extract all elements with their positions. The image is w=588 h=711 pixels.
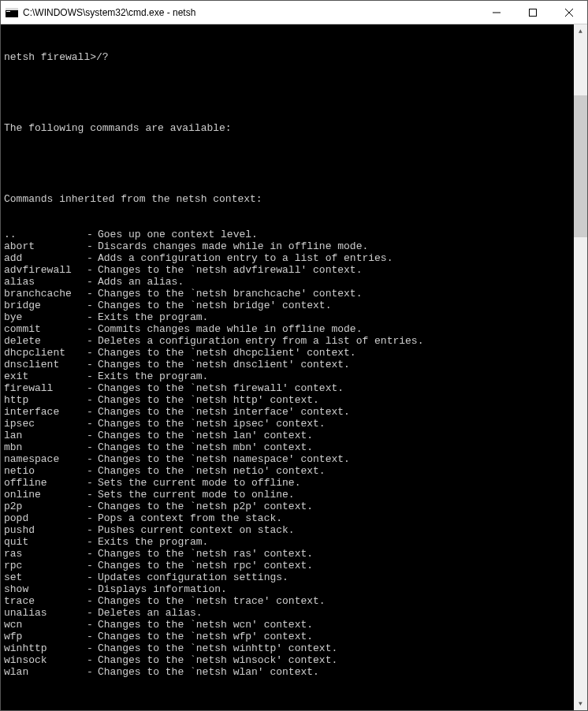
command-name: wfp: [4, 631, 87, 642]
command-separator: -: [87, 229, 98, 240]
command-name: popd: [4, 512, 87, 524]
command-row: namespace- Changes to the `netsh namespa…: [4, 453, 574, 465]
command-row: popd- Pops a context from the stack.: [4, 512, 574, 524]
command-row: wlan- Changes to the `netsh wlan' contex…: [4, 666, 574, 678]
command-separator: -: [87, 382, 98, 394]
command-row: offline- Sets the current mode to offlin…: [4, 477, 574, 489]
command-separator: -: [87, 430, 98, 441]
command-separator: -: [87, 394, 98, 406]
command-name: wlan: [4, 666, 87, 678]
command-name: wcn: [4, 619, 87, 631]
command-separator: -: [87, 619, 98, 631]
command-name: delete: [4, 335, 87, 347]
command-name: add: [4, 252, 87, 264]
command-row: ipsec- Changes to the `netsh ipsec' cont…: [4, 418, 574, 430]
scroll-up-arrow[interactable]: ▲: [574, 24, 587, 38]
command-name: p2p: [4, 501, 87, 512]
command-separator: -: [87, 501, 98, 512]
command-description: Changes to the `netsh bridge' context.: [98, 300, 574, 311]
command-name: branchcache: [4, 288, 87, 300]
command-row: branchcache- Changes to the `netsh branc…: [4, 288, 574, 300]
command-row: advfirewall- Changes to the `netsh advfi…: [4, 264, 574, 276]
command-description: Changes to the `netsh wfp' context.: [98, 631, 574, 642]
command-separator: -: [87, 666, 98, 678]
command-name: online: [4, 489, 87, 501]
maximize-button[interactable]: [515, 1, 551, 24]
svg-rect-1: [6, 8, 18, 10]
command-separator: -: [87, 595, 98, 607]
command-row: interface- Changes to the `netsh interfa…: [4, 406, 574, 418]
command-description: Changes to the `netsh branchcache' conte…: [98, 288, 574, 300]
command-row: abort- Discards changes made while in of…: [4, 240, 574, 252]
command-description: Changes to the `netsh namespace' context…: [98, 453, 574, 465]
command-separator: -: [87, 240, 98, 252]
close-button[interactable]: [551, 1, 587, 24]
command-description: Pops a context from the stack.: [98, 512, 574, 524]
command-row: alias- Adds an alias.: [4, 276, 574, 288]
command-separator: -: [87, 347, 98, 359]
prompt-line: netsh firewall>/?: [4, 51, 574, 63]
command-separator: -: [87, 654, 98, 666]
command-description: Goes up one context level.: [98, 229, 574, 240]
command-description: Changes to the `netsh ipsec' context.: [98, 418, 574, 430]
command-description: Sets the current mode to online.: [98, 489, 574, 501]
command-row: ras- Changes to the `netsh ras' context.: [4, 548, 574, 560]
command-separator: -: [87, 524, 98, 536]
command-name: exit: [4, 370, 87, 382]
command-row: lan- Changes to the `netsh lan' context.: [4, 430, 574, 441]
command-description: Deletes an alias.: [98, 607, 574, 619]
command-description: Displays information.: [98, 583, 574, 595]
intro-line: The following commands are available:: [4, 122, 574, 134]
command-description: Changes to the `netsh wcn' context.: [98, 619, 574, 631]
command-separator: -: [87, 560, 98, 571]
command-separator: -: [87, 477, 98, 489]
command-row: set- Updates configuration settings.: [4, 571, 574, 583]
command-separator: -: [87, 264, 98, 276]
command-name: winsock: [4, 654, 87, 666]
command-description: Changes to the `netsh trace' context.: [98, 595, 574, 607]
command-description: Changes to the `netsh ras' context.: [98, 548, 574, 560]
command-row: bridge- Changes to the `netsh bridge' co…: [4, 300, 574, 311]
command-separator: -: [87, 311, 98, 323]
command-name: ..: [4, 229, 87, 240]
command-row: delete- Deletes a configuration entry fr…: [4, 335, 574, 347]
command-name: show: [4, 583, 87, 595]
command-row: quit- Exits the program.: [4, 536, 574, 548]
command-row: dhcpclient- Changes to the `netsh dhcpcl…: [4, 347, 574, 359]
command-name: winhttp: [4, 642, 87, 654]
terminal-output[interactable]: netsh firewall>/? The following commands…: [1, 24, 574, 710]
scroll-thumb[interactable]: [574, 95, 587, 237]
command-description: Changes to the `netsh dnsclient' context…: [98, 359, 574, 370]
scroll-down-arrow[interactable]: ▼: [574, 697, 587, 710]
command-row: commit- Commits changes made while in of…: [4, 323, 574, 335]
command-row: pushd- Pushes current context on stack.: [4, 524, 574, 536]
command-name: alias: [4, 276, 87, 288]
command-separator: -: [87, 252, 98, 264]
command-row: mbn- Changes to the `netsh mbn' context.: [4, 441, 574, 453]
command-separator: -: [87, 489, 98, 501]
command-separator: -: [87, 548, 98, 560]
section-header-inherited: Commands inherited from the netsh contex…: [4, 193, 574, 205]
command-separator: -: [87, 583, 98, 595]
command-description: Sets the current mode to offline.: [98, 477, 574, 489]
command-description: Changes to the `netsh netio' context.: [98, 465, 574, 477]
command-name: abort: [4, 240, 87, 252]
command-description: Changes to the `netsh http' context.: [98, 394, 574, 406]
command-row: unalias- Deletes an alias.: [4, 607, 574, 619]
vertical-scrollbar[interactable]: ▲ ▼: [574, 24, 587, 710]
command-row: http- Changes to the `netsh http' contex…: [4, 394, 574, 406]
command-name: set: [4, 571, 87, 583]
command-row: ..- Goes up one context level.: [4, 229, 574, 240]
svg-rect-4: [530, 9, 537, 16]
command-separator: -: [87, 359, 98, 370]
command-name: http: [4, 394, 87, 406]
command-name: dnsclient: [4, 359, 87, 370]
minimize-button[interactable]: [478, 1, 515, 24]
command-separator: -: [87, 607, 98, 619]
command-separator: -: [87, 512, 98, 524]
command-separator: -: [87, 453, 98, 465]
command-description: Changes to the `netsh dhcpclient' contex…: [98, 347, 574, 359]
command-row: exit- Exits the program.: [4, 370, 574, 382]
command-name: offline: [4, 477, 87, 489]
command-row: firewall- Changes to the `netsh firewall…: [4, 382, 574, 394]
